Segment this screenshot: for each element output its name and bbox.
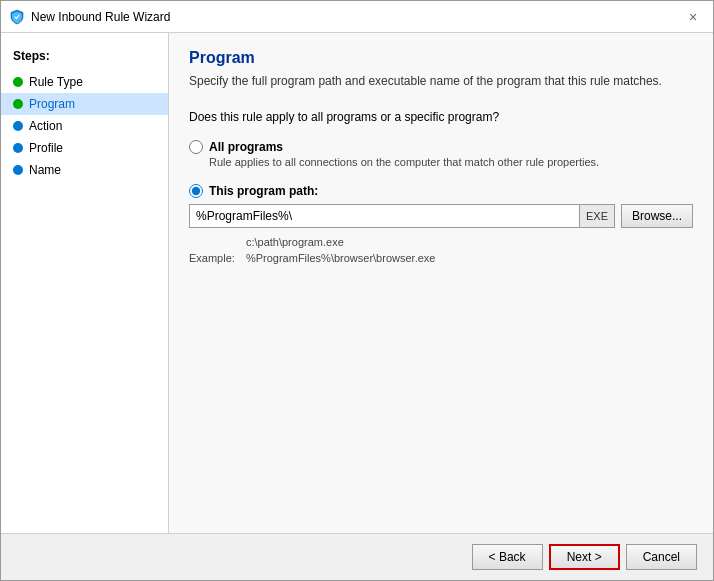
wizard-window: New Inbound Rule Wizard × Steps: Rule Ty… xyxy=(0,0,714,581)
sidebar-label-profile: Profile xyxy=(29,141,63,155)
sidebar-item-program[interactable]: Program xyxy=(1,93,168,115)
example-paths: c:\path\program.exe%ProgramFiles%\browse… xyxy=(246,234,436,267)
radio-group: All programs Rule applies to all connect… xyxy=(189,140,693,267)
footer: < Back Next > Cancel xyxy=(1,533,713,580)
cancel-button[interactable]: Cancel xyxy=(626,544,697,570)
sidebar-label-name: Name xyxy=(29,163,61,177)
step-dot-action xyxy=(13,121,23,131)
option-this-program: This program path: EXE Browse... Example… xyxy=(189,184,693,267)
sidebar-item-rule-type[interactable]: Rule Type xyxy=(1,71,168,93)
window-title: New Inbound Rule Wizard xyxy=(31,10,170,24)
program-path-input[interactable] xyxy=(189,204,580,228)
sidebar-item-action[interactable]: Action xyxy=(1,115,168,137)
this-program-row: This program path: xyxy=(189,184,693,198)
step-dot-program xyxy=(13,99,23,109)
example-text: Example: c:\path\program.exe%ProgramFile… xyxy=(189,234,693,267)
content-area: Steps: Rule Type Program Action Profile … xyxy=(1,33,713,533)
step-dot-name xyxy=(13,165,23,175)
page-title: Program xyxy=(189,49,693,67)
sidebar-title: Steps: xyxy=(1,49,168,71)
option-all-programs: All programs Rule applies to all connect… xyxy=(189,140,693,168)
program-path-row: EXE Browse... xyxy=(189,204,693,228)
sidebar-label-program: Program xyxy=(29,97,75,111)
back-button[interactable]: < Back xyxy=(472,544,543,570)
shield-icon xyxy=(9,9,25,25)
all-programs-desc: Rule applies to all connections on the c… xyxy=(209,156,693,168)
question-text: Does this rule apply to all programs or … xyxy=(189,110,693,124)
all-programs-radio[interactable] xyxy=(189,140,203,154)
step-dot-profile xyxy=(13,143,23,153)
all-programs-row: All programs xyxy=(189,140,693,154)
close-button[interactable]: × xyxy=(681,5,705,29)
sidebar-label-action: Action xyxy=(29,119,62,133)
exe-label: EXE xyxy=(580,204,615,228)
title-bar-left: New Inbound Rule Wizard xyxy=(9,9,170,25)
main-content: Program Specify the full program path an… xyxy=(169,33,713,533)
sidebar-item-name[interactable]: Name xyxy=(1,159,168,181)
example-label: Example: xyxy=(189,252,235,264)
sidebar-item-profile[interactable]: Profile xyxy=(1,137,168,159)
browse-button[interactable]: Browse... xyxy=(621,204,693,228)
title-bar: New Inbound Rule Wizard × xyxy=(1,1,713,33)
next-button[interactable]: Next > xyxy=(549,544,620,570)
sidebar: Steps: Rule Type Program Action Profile … xyxy=(1,33,169,533)
sidebar-label-rule-type: Rule Type xyxy=(29,75,83,89)
page-description: Specify the full program path and execut… xyxy=(189,73,693,90)
step-dot-rule-type xyxy=(13,77,23,87)
all-programs-label: All programs xyxy=(209,140,283,154)
this-program-label: This program path: xyxy=(209,184,318,198)
this-program-radio[interactable] xyxy=(189,184,203,198)
